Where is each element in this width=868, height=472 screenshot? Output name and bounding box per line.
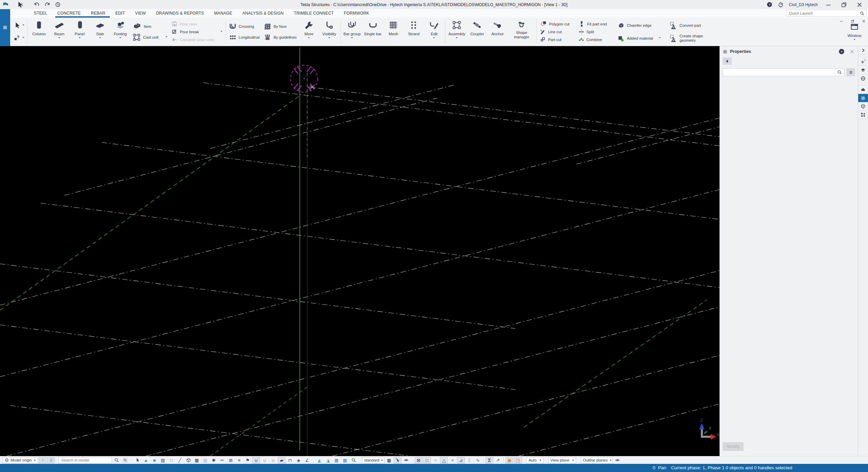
- select-surfaces-switch[interactable]: ▤: [159, 457, 167, 464]
- model-origin-dropdown[interactable]: Model origin: [3, 457, 38, 464]
- redo-button[interactable]: [44, 2, 50, 7]
- cast-unit-caret[interactable]: [165, 36, 167, 38]
- longitudinal-button[interactable]: Longitudinal: [229, 32, 260, 42]
- cast-unit-button[interactable]: Cast unit: [133, 32, 167, 42]
- quick-launch-box[interactable]: [786, 10, 867, 17]
- select-switch-caret[interactable]: [22, 37, 24, 39]
- fit-part-end-button[interactable]: Fit part end: [578, 20, 607, 27]
- view-minimize-icon[interactable]: [839, 19, 844, 23]
- select-single-rebars-switch[interactable]: ∪: [269, 457, 277, 464]
- tab-edit[interactable]: EDIT: [115, 9, 125, 18]
- collapse-pane-button[interactable]: [858, 46, 868, 55]
- view-close-icon[interactable]: [862, 19, 866, 23]
- outline-planes-dropdown[interactable]: Outline planes: [581, 457, 613, 464]
- select-arrow-tool[interactable]: [14, 22, 24, 29]
- model-search-button[interactable]: [113, 457, 120, 464]
- select-switch-tool[interactable]: ?: [14, 34, 24, 42]
- snap-reference-points-toggle[interactable]: ⊠: [415, 457, 422, 464]
- model-viewport[interactable]: Z Y X: [0, 46, 719, 456]
- select-filter-grid-button[interactable]: ▦: [333, 457, 340, 464]
- panel-button[interactable]: Panel: [70, 18, 90, 46]
- crossing-button[interactable]: Crossing: [229, 21, 260, 32]
- snap-perpendicular-toggle[interactable]: ⊿: [457, 457, 465, 464]
- shapes-catalog-button[interactable]: [858, 111, 868, 119]
- snap-free-toggle[interactable]: ↗: [494, 457, 502, 464]
- properties-search-input[interactable]: [725, 70, 837, 75]
- pour-break-caret[interactable]: [220, 31, 222, 33]
- hamburger-menu-icon[interactable]: [2, 24, 8, 31]
- select-all-switch[interactable]: [134, 457, 141, 464]
- convert-part-button[interactable]: Convert part: [670, 20, 706, 31]
- model-search-box[interactable]: [58, 457, 112, 464]
- coupler-button[interactable]: Coupler: [467, 18, 487, 46]
- view-restore-icon[interactable]: [850, 19, 855, 23]
- select-points-switch[interactable]: ∷: [167, 457, 175, 464]
- snap-extension-toggle[interactable]: ⋈: [466, 457, 473, 464]
- work-plane-dropdown[interactable]: View plane: [548, 457, 576, 464]
- beam-button[interactable]: Beam: [49, 18, 70, 46]
- column-button[interactable]: Column: [29, 18, 49, 46]
- minimize-button[interactable]: [823, 1, 833, 8]
- select-fittings-switch[interactable]: ≡: [235, 457, 243, 464]
- close-button[interactable]: [854, 1, 865, 8]
- trimble-connect-button[interactable]: [858, 85, 868, 94]
- smart-select-button[interactable]: ◮: [324, 457, 332, 464]
- tab-formwork[interactable]: FORMWORK: [344, 9, 369, 18]
- tab-rebar[interactable]: REBAR: [91, 9, 105, 18]
- added-material-button[interactable]: Added material: [617, 33, 661, 43]
- snap-nearest-points-toggle[interactable]: ○: [432, 457, 439, 464]
- file-menu-strip[interactable]: [0, 9, 10, 46]
- create-shape-geometry-button[interactable]: Create shape geometry: [670, 33, 706, 43]
- tab-analysis-design[interactable]: ANALYSIS & DESIGN: [242, 9, 284, 18]
- select-distances-switch[interactable]: ⚑: [244, 457, 252, 464]
- item-button[interactable]: Item: [133, 21, 167, 32]
- snap-points-on-line-toggle[interactable]: ⋈: [486, 457, 493, 464]
- single-bar-button[interactable]: Single bar: [362, 18, 383, 46]
- tab-manage[interactable]: MANAGE: [214, 9, 232, 18]
- model-search-input[interactable]: [60, 458, 110, 463]
- added-material-caret[interactable]: [659, 37, 661, 39]
- select-solids-switch[interactable]: [184, 457, 192, 464]
- select-pour-breaks-switch[interactable]: ⊓: [286, 457, 294, 464]
- pour-break-button[interactable]: Pour break: [172, 28, 222, 35]
- by-face-button[interactable]: By face: [264, 21, 297, 32]
- select-cuts-switch[interactable]: ✂: [218, 457, 226, 464]
- polygon-cut-button[interactable]: Polygon cut: [540, 20, 569, 27]
- history-button[interactable]: [55, 2, 61, 7]
- edit-rebar-button[interactable]: Edit: [424, 18, 444, 46]
- properties-search-box[interactable]: [723, 68, 844, 76]
- pour-view-button[interactable]: Pour view: [172, 20, 222, 27]
- relative-snap-toggle[interactable]: ◳: [514, 457, 522, 464]
- select-grid-lines-switch[interactable]: ▦: [201, 457, 209, 464]
- assembly-button[interactable]: Assembly: [447, 18, 467, 46]
- select-filter-blocks-button[interactable]: ▩: [341, 457, 349, 464]
- tab-concrete[interactable]: CONCRETE: [57, 9, 81, 18]
- chamfer-edge-button[interactable]: Chamfer edge: [617, 20, 661, 31]
- select-welds-switch[interactable]: ✱: [210, 457, 218, 464]
- add-origin-button[interactable]: [39, 457, 46, 464]
- calculate-pour-units-button[interactable]: Calculate pour units: [172, 36, 222, 43]
- snap-line-toggle[interactable]: ∿: [474, 457, 482, 464]
- quick-launch-input[interactable]: [788, 11, 860, 16]
- zoom-selected-button[interactable]: [350, 457, 357, 464]
- select-grids-switch[interactable]: ▦: [193, 457, 201, 464]
- more-button[interactable]: More: [299, 18, 319, 46]
- strand-button[interactable]: Strand: [403, 18, 424, 46]
- select-lines-switch[interactable]: ╱: [176, 457, 184, 464]
- select-polylines-switch[interactable]: ∠: [303, 457, 311, 464]
- properties-pane-button[interactable]: [858, 94, 868, 102]
- by-guidelines-button[interactable]: By guidelines: [264, 32, 297, 42]
- select-parts-switch[interactable]: ■: [151, 457, 158, 464]
- components-catalog-button[interactable]: [858, 102, 868, 111]
- shape-manager-button[interactable]: Shape manager: [508, 18, 535, 46]
- part-cut-button[interactable]: Part cut: [540, 36, 569, 43]
- snap-geometry-points-toggle[interactable]: □: [423, 457, 431, 464]
- snap-auto-dropdown[interactable]: Auto: [527, 457, 544, 464]
- properties-list-button[interactable]: [846, 68, 855, 76]
- select-rebar-groups-switch[interactable]: ∪: [261, 457, 269, 464]
- tab-drawings-reports[interactable]: DRAWINGS & REPORTS: [156, 9, 204, 18]
- ortho-toggle[interactable]: ▣: [506, 457, 513, 464]
- select-arrow-caret[interactable]: [22, 24, 24, 26]
- select-components-switch[interactable]: ▲: [142, 457, 150, 464]
- drag-and-drop-button[interactable]: ◭: [316, 457, 323, 464]
